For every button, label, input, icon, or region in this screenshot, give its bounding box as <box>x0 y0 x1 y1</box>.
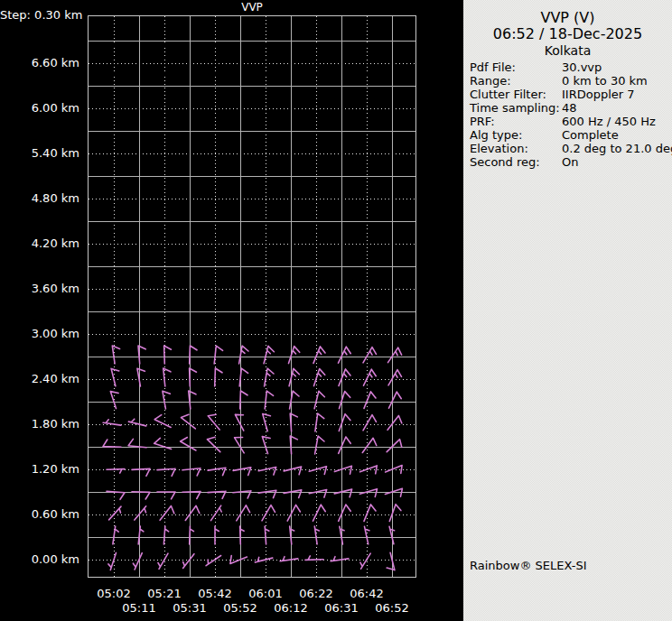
wind-barb <box>183 554 194 569</box>
wind-barb-glyph <box>215 526 219 544</box>
wind-barb <box>263 414 271 431</box>
brand-label: Rainbow® SELEX-SI <box>470 559 587 572</box>
wind-barb-glyph <box>284 467 301 475</box>
wind-barb-glyph <box>113 526 118 544</box>
y-tick-label: 0.60 km <box>0 507 79 522</box>
wind-barb <box>235 438 245 453</box>
wind-barb <box>389 526 394 543</box>
wind-barb <box>112 346 119 364</box>
wind-barb <box>215 526 219 544</box>
scan-datetime: 06:52 / 18-Dec-2025 <box>463 26 672 42</box>
wind-barb <box>163 526 168 544</box>
wind-barb <box>135 506 146 520</box>
wind-barb-glyph <box>339 437 350 453</box>
wind-barb-glyph <box>157 468 175 476</box>
wind-barb-glyph <box>158 553 168 569</box>
wind-barb <box>287 505 300 521</box>
y-tick-label: 2.40 km <box>0 372 79 386</box>
wind-barb-glyph <box>264 346 274 363</box>
wind-barb-glyph <box>181 438 196 451</box>
scan-info-panel: VVP (V) 06:52 / 18-Dec-2025 Kolkata Pdf … <box>463 0 672 621</box>
wind-barb <box>182 414 196 429</box>
wind-barb <box>157 492 175 499</box>
wind-barb <box>111 368 119 385</box>
parameter-row: Elevation:0.2 deg to 21.0 deg <box>470 142 670 155</box>
wind-barb-glyph <box>360 553 370 569</box>
wind-barb-glyph <box>103 440 121 447</box>
wind-barb <box>132 468 150 476</box>
wind-barb <box>331 557 349 561</box>
wind-barb <box>258 468 276 476</box>
parameter-row: Range:0 km to 30 km <box>470 74 670 88</box>
y-tick-label: 1.80 km <box>0 417 79 431</box>
wind-barb-glyph <box>109 506 121 520</box>
y-tick-label: 3.00 km <box>0 327 79 341</box>
y-tick-label: 1.20 km <box>0 462 79 477</box>
wind-barb <box>387 416 402 431</box>
wind-barb <box>290 526 294 544</box>
wind-barb-glyph <box>313 505 326 521</box>
wind-barb <box>305 556 323 561</box>
wind-barb-glyph <box>389 392 402 408</box>
parameter-label: Range: <box>470 74 511 88</box>
parameter-value: 30.vvp <box>562 60 602 74</box>
parameter-row: Time sampling:48 <box>470 101 670 115</box>
wind-barb-glyph <box>185 505 200 520</box>
wind-barb <box>389 392 402 408</box>
x-tick-label: 05:11 <box>114 602 164 615</box>
parameter-row: Clutter Filter:IIRDoppler 7 <box>470 88 670 101</box>
wind-barb <box>362 438 377 452</box>
wind-barb-glyph <box>258 490 276 497</box>
wind-barb-glyph <box>207 437 219 451</box>
wind-barb-glyph <box>107 469 125 474</box>
parameter-value: 48 <box>562 101 577 115</box>
x-tick-label: 05:21 <box>139 588 190 600</box>
wind-barb <box>154 415 171 428</box>
wind-barb-glyph <box>339 414 350 431</box>
parameter-row: Alg type:Complete <box>470 128 670 142</box>
wind-barb-glyph <box>189 391 196 409</box>
wind-barb-glyph <box>182 468 201 476</box>
parameter-label: PRF: <box>470 115 495 128</box>
wind-barb-glyph <box>237 505 250 521</box>
wind-barb-glyph <box>386 466 403 474</box>
wind-barb <box>364 392 376 409</box>
y-tick-label: 3.60 km <box>0 282 79 296</box>
wind-barb <box>265 526 269 544</box>
wind-barb <box>103 420 121 425</box>
wind-barb-glyph <box>135 506 146 520</box>
wind-barb-glyph <box>190 526 194 544</box>
wind-barb-glyph <box>387 416 402 431</box>
wind-barb <box>360 553 370 569</box>
wind-barb-glyph <box>389 526 394 543</box>
wind-barb <box>157 468 175 476</box>
wind-barb <box>280 557 298 561</box>
wind-barb-glyph <box>163 368 171 386</box>
wind-barb <box>364 369 377 385</box>
wind-barb-glyph <box>235 438 245 453</box>
wind-barb-glyph <box>240 526 245 544</box>
wind-barb <box>133 553 142 570</box>
wind-barb <box>233 468 251 476</box>
wind-barb-glyph <box>265 368 274 386</box>
wind-barb <box>314 391 324 408</box>
grid <box>89 16 416 578</box>
wind-barb-glyph <box>364 369 377 385</box>
wind-barb-glyph <box>389 505 401 522</box>
wind-barb-glyph <box>388 370 402 385</box>
wind-barb <box>309 467 326 475</box>
wind-barb-glyph <box>262 505 275 521</box>
wind-barb-glyph <box>103 420 121 425</box>
wind-barb-glyph <box>387 552 395 570</box>
product-title: VVP (V) <box>463 10 672 26</box>
wind-barb <box>289 347 300 364</box>
x-tick-label: 06:52 <box>367 602 417 615</box>
x-tick-label: 05:31 <box>164 602 215 615</box>
wind-barb-glyph <box>315 413 324 431</box>
site-name: Kolkata <box>463 43 672 58</box>
wind-barb <box>208 468 226 475</box>
wind-barb-glyph <box>364 505 376 522</box>
wind-barb-glyph <box>154 415 171 428</box>
wind-barb-glyph <box>363 415 377 431</box>
wind-barb <box>109 506 121 520</box>
